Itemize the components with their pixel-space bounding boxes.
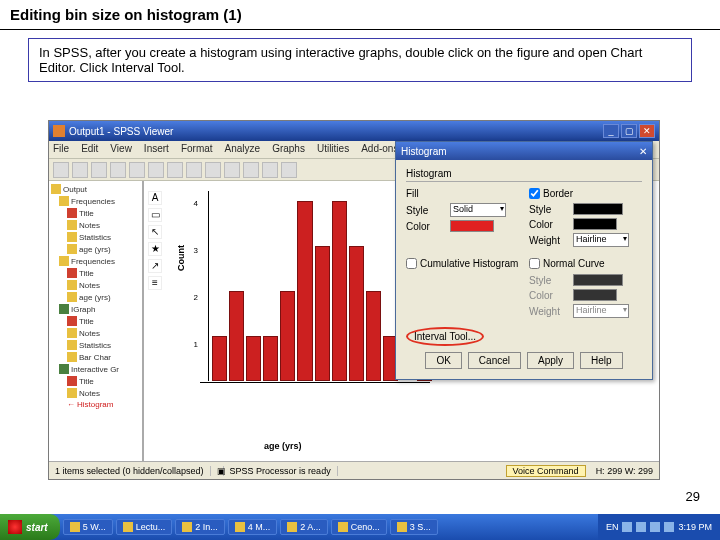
menu-graphs[interactable]: Graphs — [272, 143, 305, 156]
border-weight-combo[interactable]: Hairline — [573, 233, 629, 247]
outline-item[interactable]: Notes — [51, 279, 140, 291]
minimize-button[interactable]: _ — [603, 124, 619, 138]
help-button[interactable]: Help — [580, 352, 623, 369]
border-checkbox[interactable]: Border — [529, 188, 573, 199]
interval-tool-button[interactable]: Interval Tool... — [406, 327, 484, 346]
nc-color-swatch — [573, 289, 617, 301]
nc-weight-label: Weight — [529, 306, 567, 317]
tray-lang[interactable]: EN — [606, 522, 619, 532]
outline-item[interactable]: Interactive Gr — [51, 363, 140, 375]
taskbar-item[interactable]: 4 M... — [228, 519, 278, 535]
app-icon — [53, 125, 65, 137]
tray-clock[interactable]: 3:19 PM — [678, 522, 712, 532]
ok-button[interactable]: OK — [425, 352, 461, 369]
outline-item[interactable]: age (yrs) — [51, 243, 140, 255]
toolbar-icon[interactable] — [205, 162, 221, 178]
cancel-button[interactable]: Cancel — [468, 352, 521, 369]
tray-icon[interactable] — [664, 522, 674, 532]
menu-edit[interactable]: Edit — [81, 143, 98, 156]
dialog-tab[interactable]: Histogram — [406, 168, 642, 182]
outline-item[interactable]: Frequencies — [51, 195, 140, 207]
bar — [297, 201, 312, 381]
toolbar-icon[interactable] — [243, 162, 259, 178]
toolbar-icon[interactable] — [110, 162, 126, 178]
toolbar-icon[interactable] — [72, 162, 88, 178]
tool-cursor-icon[interactable]: ↖ — [148, 225, 162, 239]
taskbar: start 5 W... Lectu... 2 In... 4 M... 2 A… — [0, 514, 720, 540]
toolbar-icon[interactable] — [148, 162, 164, 178]
bar — [349, 246, 364, 381]
menu-view[interactable]: View — [110, 143, 132, 156]
tool-line-icon[interactable]: ↗ — [148, 259, 162, 273]
tray-icon[interactable] — [650, 522, 660, 532]
system-tray[interactable]: EN 3:19 PM — [598, 514, 720, 540]
outline-item[interactable]: IGraph — [51, 303, 140, 315]
taskbar-item[interactable]: 3 S... — [390, 519, 438, 535]
bar — [280, 291, 295, 381]
outline-item[interactable]: Title — [51, 207, 140, 219]
border-color-swatch[interactable] — [573, 218, 617, 230]
toolbar-icon[interactable] — [262, 162, 278, 178]
start-button[interactable]: start — [0, 514, 60, 540]
outline-item-selected[interactable]: ← Histogram — [51, 399, 140, 410]
taskbar-item[interactable]: 5 W... — [63, 519, 113, 535]
border-style-combo[interactable] — [573, 203, 623, 215]
fill-color-swatch[interactable] — [450, 220, 494, 232]
taskbar-item[interactable]: 2 In... — [175, 519, 225, 535]
y-tick: 3 — [184, 246, 198, 255]
tool-text-icon[interactable]: A — [148, 191, 162, 205]
outline-item[interactable]: Bar Char — [51, 351, 140, 363]
outline-item[interactable]: Notes — [51, 219, 140, 231]
fill-style-combo[interactable]: Solid — [450, 203, 506, 217]
tool-star-icon[interactable]: ★ — [148, 242, 162, 256]
menu-file[interactable]: File — [53, 143, 69, 156]
toolbar-icon[interactable] — [224, 162, 240, 178]
apply-button[interactable]: Apply — [527, 352, 574, 369]
outline-item[interactable]: age (yrs) — [51, 291, 140, 303]
tray-icon[interactable] — [622, 522, 632, 532]
outline-item[interactable]: Notes — [51, 327, 140, 339]
toolbar-icon[interactable] — [129, 162, 145, 178]
outline-root[interactable]: Output — [51, 183, 140, 195]
normal-curve-checkbox[interactable]: Normal Curve — [529, 258, 605, 269]
outline-item[interactable]: Title — [51, 267, 140, 279]
menu-insert[interactable]: Insert — [144, 143, 169, 156]
menu-addons[interactable]: Add-ons — [361, 143, 398, 156]
toolbar-icon[interactable] — [167, 162, 183, 178]
window-title: Output1 - SPSS Viewer — [69, 126, 173, 137]
menu-format[interactable]: Format — [181, 143, 213, 156]
tool-style-icon[interactable]: ≡ — [148, 276, 162, 290]
outline-item[interactable]: Title — [51, 375, 140, 387]
chart-tool-column: A ▭ ↖ ★ ↗ ≡ — [148, 191, 164, 290]
outline-item[interactable]: Frequencies — [51, 255, 140, 267]
close-button[interactable]: ✕ — [639, 124, 655, 138]
outline-item[interactable]: Statistics — [51, 231, 140, 243]
outline-item[interactable]: Statistics — [51, 339, 140, 351]
menu-analyze[interactable]: Analyze — [225, 143, 261, 156]
taskbar-item[interactable]: Ceno... — [331, 519, 387, 535]
bar — [246, 336, 261, 381]
tool-rect-icon[interactable]: ▭ — [148, 208, 162, 222]
taskbar-item[interactable]: Lectu... — [116, 519, 173, 535]
toolbar-icon[interactable] — [53, 162, 69, 178]
toolbar-icon[interactable] — [91, 162, 107, 178]
maximize-button[interactable]: ▢ — [621, 124, 637, 138]
y-tick: 4 — [184, 199, 198, 208]
menu-utilities[interactable]: Utilities — [317, 143, 349, 156]
outline-pane[interactable]: Output Frequencies Title Notes Statistic… — [49, 181, 144, 461]
y-tick: 2 — [184, 293, 198, 302]
tray-icon[interactable] — [636, 522, 646, 532]
border-color-label: Color — [529, 219, 567, 230]
dialog-close-icon[interactable]: ✕ — [639, 146, 647, 157]
x-axis-label: age (yrs) — [264, 441, 302, 451]
outline-item[interactable]: Notes — [51, 387, 140, 399]
taskbar-item[interactable]: 2 A... — [280, 519, 328, 535]
toolbar-icon[interactable] — [281, 162, 297, 178]
toolbar-icon[interactable] — [186, 162, 202, 178]
outline-item[interactable]: Title — [51, 315, 140, 327]
voice-command-badge[interactable]: Voice Command — [506, 465, 586, 477]
window-titlebar: Output1 - SPSS Viewer _ ▢ ✕ — [49, 121, 659, 141]
bar — [229, 291, 244, 381]
cumulative-checkbox[interactable]: Cumulative Histogram — [406, 258, 518, 269]
color-label: Color — [406, 221, 444, 232]
